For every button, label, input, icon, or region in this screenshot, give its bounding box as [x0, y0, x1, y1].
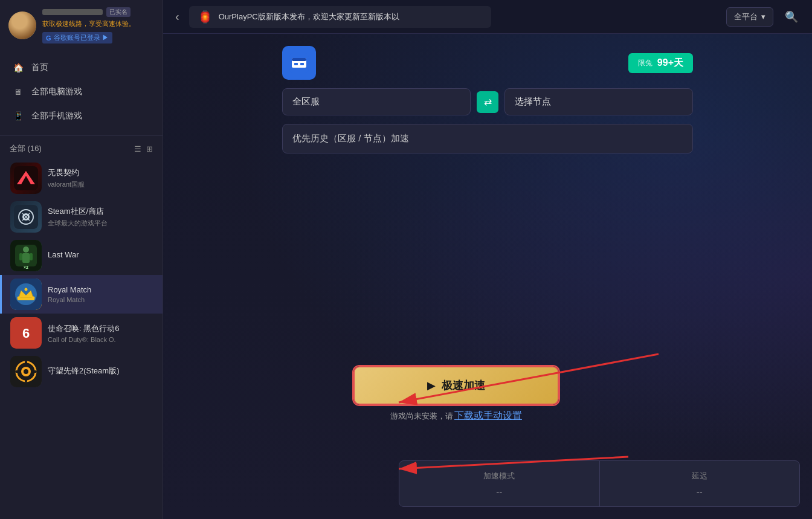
search-button[interactable]: 🔍 [781, 6, 802, 28]
nav-item-home[interactable]: 🏠 首页 [0, 56, 163, 80]
mobile-icon: 📱 [12, 110, 24, 122]
game-thumb-overwatch [10, 356, 42, 387]
list-icon[interactable]: ☰ [134, 144, 141, 153]
game-item-valorant[interactable]: 无畏契约 valorant国服 [0, 159, 163, 198]
user-badge: 已实名 [106, 7, 130, 17]
game-title-lastwar: Last War [48, 250, 79, 259]
speed-button-label: 极速加速 [442, 378, 485, 393]
nav-section: 🏠 首页 🖥 全部电脑游戏 📱 全部手机游戏 [0, 51, 163, 133]
switch-button[interactable]: ⇄ [477, 91, 498, 113]
center-panel: 限兔 99+天 全区服 ⇄ 选择节点 优先历史（区服 / 节点）加速 [282, 46, 693, 153]
platform-select[interactable]: 全平台 ▾ [726, 7, 773, 27]
nav-home-label: 首页 [31, 62, 48, 73]
svg-rect-37 [300, 63, 304, 65]
game-info-lastwar: Last War [48, 250, 79, 261]
svg-rect-29 [25, 361, 27, 366]
nav-divider [0, 135, 163, 136]
nav-item-mobile-games[interactable]: 📱 全部手机游戏 [0, 104, 163, 128]
svg-point-17 [15, 283, 37, 305]
game-item-royalmatch[interactable]: Royal Match Royal Match [0, 275, 163, 314]
stat-value-mode: -- [496, 486, 502, 497]
install-link[interactable]: 下载或手动设置 [454, 410, 522, 422]
lantern-icon: 🏮 [198, 10, 213, 24]
switch-icon: ⇄ [484, 96, 492, 108]
stat-col-delay: 延迟 -- [600, 461, 800, 506]
platform-label: 全平台 [734, 11, 758, 22]
stat-value-delay: -- [697, 486, 703, 497]
speed-area: ▶ 极速加速 游戏尚未安装，请 下载或手动设置 [353, 366, 559, 422]
node-box[interactable]: 选择节点 [504, 88, 693, 115]
game-title-cod: 使命召唤: 黑色行动6 [48, 323, 119, 334]
priority-label: 优先历史（区服 / 节点）加速 [292, 133, 409, 143]
search-icon: 🔍 [785, 10, 798, 24]
game-info-overwatch: 守望先锋2(Steam版) [48, 366, 119, 378]
games-section-header: 全部 (16) ☰ ⊞ [0, 138, 163, 159]
home-icon: 🏠 [12, 62, 24, 74]
announcement-text: OurPlayPC版新版本发布，欢迎大家更新至新版本以 [219, 11, 399, 22]
game-thumb-steam [10, 201, 42, 233]
install-hint-row: 游戏尚未安装，请 下载或手动设置 [390, 410, 522, 422]
grid-icon[interactable]: ⊞ [146, 144, 153, 153]
stat-header-delay: 延迟 [692, 471, 707, 482]
game-item-steam[interactable]: Steam社区/商店 全球最大的游戏平台 [0, 198, 163, 236]
svg-point-11 [23, 247, 29, 253]
game-info-steam: Steam社区/商店 全球最大的游戏平台 [48, 206, 108, 228]
game-subtitle-valorant: valorant国服 [48, 180, 85, 189]
speed-button[interactable]: ▶ 极速加速 [353, 366, 559, 405]
sidebar: 已实名 获取极速线路，享受高速体验。 G 谷歌账号已登录 ▶ 🏠 首页 🖥 全部… [0, 0, 163, 519]
speed-play-icon: ▶ [427, 379, 436, 392]
server-row: 全区服 ⇄ 选择节点 [282, 88, 693, 115]
vip-label: 限兔 [638, 58, 652, 68]
server-label: 全区服 [292, 96, 320, 108]
chevron-down-icon: ▾ [761, 12, 765, 21]
sidebar-header: 已实名 获取极速线路，享受高速体验。 G 谷歌账号已登录 ▶ [0, 0, 163, 51]
panel-top-row: 限兔 99+天 [282, 46, 693, 80]
server-box[interactable]: 全区服 [282, 88, 471, 115]
game-info-cod: 使命召唤: 黑色行动6 Call of Duty®: Black O. [48, 323, 119, 343]
game-thumb-valorant [10, 163, 42, 194]
avatar [8, 11, 36, 39]
nav-mobile-label: 全部手机游戏 [31, 111, 82, 121]
install-hint-text: 游戏尚未安装，请 [390, 411, 453, 422]
vip-days: 99+天 [657, 57, 683, 69]
game-info-valorant: 无畏契约 valorant国服 [48, 167, 85, 189]
user-promo[interactable]: 获取极速线路，享受高速体验。 [42, 19, 135, 28]
game-item-overwatch[interactable]: 守望先锋2(Steam版) [0, 352, 163, 391]
svg-rect-30 [25, 378, 27, 382]
monitor-icon: 🖥 [12, 86, 24, 98]
game-item-lastwar[interactable]: ×2 Last War [0, 236, 163, 275]
priority-box[interactable]: 优先历史（区服 / 节点）加速 [282, 124, 693, 153]
game-item-cod[interactable]: 6 使命召唤: 黑色行动6 Call of Duty®: Black O. [0, 314, 163, 352]
svg-rect-31 [15, 370, 20, 373]
svg-point-21 [25, 288, 28, 291]
svg-text:×2: ×2 [24, 265, 28, 269]
nav-item-pc-games[interactable]: 🖥 全部电脑游戏 [0, 80, 163, 104]
stat-col-mode: 加速模式 -- [399, 461, 600, 506]
user-info: 已实名 获取极速线路，享受高速体验。 G 谷歌账号已登录 ▶ [42, 7, 135, 44]
svg-rect-14 [30, 253, 33, 260]
game-title-royalmatch: Royal Match [48, 285, 91, 294]
stat-header-mode: 加速模式 [483, 471, 515, 482]
game-subtitle-steam: 全球最大的游戏平台 [48, 219, 108, 228]
announcement-bar[interactable]: 🏮 OurPlayPC版新版本发布，欢迎大家更新至新版本以 [189, 6, 491, 28]
svg-text:6: 6 [22, 326, 30, 341]
svg-rect-32 [32, 370, 37, 373]
google-g-icon: G [46, 34, 51, 42]
section-icons: ☰ ⊞ [134, 144, 153, 153]
svg-rect-22 [18, 298, 34, 300]
game-subtitle-cod: Call of Duty®: Black O. [48, 336, 119, 343]
game-thumb-lastwar: ×2 [10, 240, 42, 271]
stats-panel: 加速模式 -- 延迟 -- [399, 460, 800, 507]
google-login-btn[interactable]: G 谷歌账号已登录 ▶ [42, 32, 112, 44]
svg-rect-0 [14, 166, 38, 190]
google-text: 谷歌账号已登录 ▶ [54, 33, 109, 42]
game-subtitle-royalmatch: Royal Match [48, 296, 91, 303]
game-info-royalmatch: Royal Match Royal Match [48, 285, 91, 303]
back-button[interactable]: ‹ [173, 7, 182, 26]
vip-badge: 限兔 99+天 [628, 53, 693, 73]
game-thumb-cod: 6 [10, 317, 42, 349]
svg-rect-12 [22, 253, 30, 263]
svg-rect-36 [294, 63, 298, 65]
topbar: ‹ 🏮 OurPlayPC版新版本发布，欢迎大家更新至新版本以 全平台 ▾ 🔍 [163, 0, 812, 34]
game-thumb-royalmatch [10, 279, 42, 310]
